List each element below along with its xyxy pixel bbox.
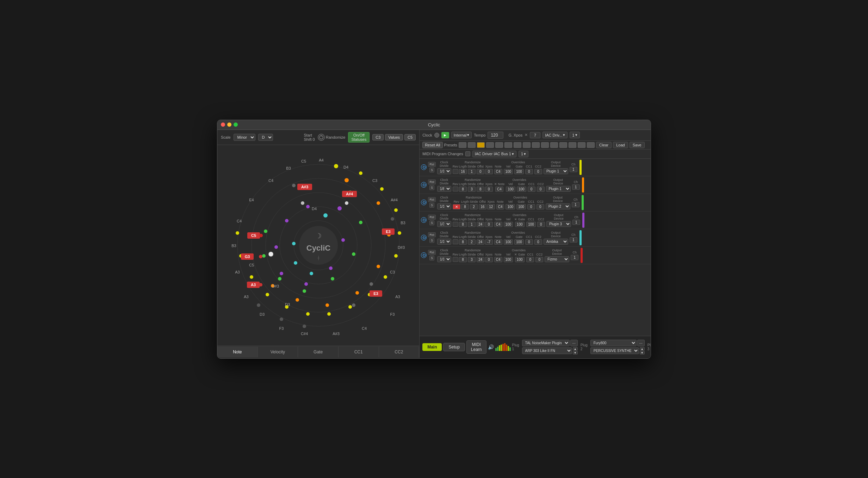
preset-slot-6[interactable] xyxy=(504,142,512,148)
seq-row-2-power[interactable]: ⏻ xyxy=(421,182,427,188)
close-button[interactable] xyxy=(221,122,225,127)
reset-all-button[interactable]: Reset All xyxy=(422,142,442,148)
plugin-area: Main Setup MIDI Learn 🔊 xyxy=(420,336,651,358)
plugin-1-dots-btn[interactable]: ··· xyxy=(570,340,578,346)
preset-slot-14[interactable] xyxy=(578,142,585,148)
seq-row-5-rev[interactable] xyxy=(453,239,458,244)
tab-cc2[interactable]: CC2 xyxy=(379,347,420,357)
preset-slot-2[interactable] xyxy=(468,142,476,148)
midi-pc-ch-dropdown[interactable]: 1 ▾ xyxy=(519,151,528,157)
plugin-2-bot-select[interactable]: PERCUSSIVE SYNTHE xyxy=(590,347,639,354)
seq-row-6-s-btn[interactable]: S xyxy=(429,256,434,260)
midi-pc-device-dropdown[interactable]: IAC Driver IAC Bus 1 ▾ xyxy=(472,151,516,157)
seq-row-1-clkdiv-select[interactable]: 1/161/81/32 xyxy=(437,168,451,174)
seq-row-4-power[interactable]: ⏻ xyxy=(421,217,427,223)
play-button[interactable]: ▶ xyxy=(441,132,449,138)
randomize-power[interactable] xyxy=(318,134,325,141)
svg-text:CycliC: CycliC xyxy=(306,244,330,252)
values-btn[interactable]: Values xyxy=(385,134,403,140)
svg-point-58 xyxy=(292,184,296,187)
seq-row-3-clkdiv-select[interactable]: 1/161/8 xyxy=(437,203,451,209)
seq-row-6-output-select[interactable]: Fizmo xyxy=(545,256,569,262)
seq-row-2-rev[interactable] xyxy=(453,187,458,191)
preset-slot-15[interactable] xyxy=(587,142,595,148)
tab-cc1[interactable]: CC1 xyxy=(339,347,379,357)
seq-row-2-output-select[interactable]: Plugin 1 xyxy=(546,186,571,192)
svg-point-7 xyxy=(359,171,362,175)
maximize-button[interactable] xyxy=(234,122,238,127)
save-button[interactable]: Save xyxy=(630,142,645,148)
plugin-1-down-btn[interactable]: ▼ xyxy=(573,351,578,354)
main-button[interactable]: Main xyxy=(422,343,442,351)
seq-row-1-power[interactable]: ⏻ xyxy=(421,164,427,170)
seq-row-3-rst-btn[interactable]: Rst xyxy=(428,197,436,202)
preset-slot-4[interactable] xyxy=(486,142,494,148)
speaker-icon[interactable]: 🔊 xyxy=(488,344,494,350)
preset-slot-8[interactable] xyxy=(523,142,531,148)
tab-gate[interactable]: Gate xyxy=(298,347,339,357)
iac-device-dropdown[interactable]: IAC Driv... ▾ xyxy=(542,132,568,138)
svg-point-45 xyxy=(306,205,310,208)
seq-row-1-rev[interactable] xyxy=(453,169,458,174)
c5-btn[interactable]: C5 xyxy=(404,134,416,140)
seq-row-2-s-btn[interactable]: S xyxy=(429,185,434,190)
seq-row-5-s-btn[interactable]: S xyxy=(429,238,434,243)
preset-slot-1[interactable] xyxy=(459,142,466,148)
seq-row-6-rev[interactable] xyxy=(453,257,458,262)
clear-button[interactable]: Clear xyxy=(596,142,612,148)
seq-row-4-output-select[interactable]: Plugin 3 xyxy=(546,221,571,227)
tempo-input[interactable] xyxy=(488,132,503,139)
preset-slot-9[interactable] xyxy=(532,142,540,148)
seq-row-3-output-select[interactable]: Plugin 2 xyxy=(546,203,570,209)
preset-slot-3[interactable] xyxy=(477,142,485,148)
seq-row-5-output-select[interactable]: Ambika xyxy=(544,239,568,245)
plugin-2-down-btn[interactable]: ▼ xyxy=(640,351,645,354)
plugin-2-top-select[interactable]: Fury800 xyxy=(590,340,637,346)
preset-slot-13[interactable] xyxy=(569,142,576,148)
seq-row-5-rst-btn[interactable]: Rst xyxy=(428,232,436,237)
seq-row-4-rst-btn[interactable]: Rst xyxy=(428,215,436,220)
seq-row-4-rev[interactable] xyxy=(453,222,458,227)
seq-row-6-clkdiv-select[interactable]: 1/161/8 xyxy=(437,256,451,262)
iac-ch-dropdown[interactable]: 1 ▾ xyxy=(570,132,579,138)
load-button[interactable]: Load xyxy=(613,142,628,148)
preset-slot-7[interactable] xyxy=(514,142,521,148)
seq-row-3-power[interactable]: ⏻ xyxy=(421,200,427,205)
gxpos-value[interactable] xyxy=(530,132,540,138)
svg-text:B3: B3 xyxy=(286,166,291,170)
preset-slot-10[interactable] xyxy=(541,142,549,148)
seq-row-1-rst-btn[interactable]: Rst xyxy=(428,162,436,167)
setup-button[interactable]: Setup xyxy=(443,343,465,351)
plugin-1-top-select[interactable]: TAL NoiseMaker Plugin xyxy=(522,340,570,346)
onoff-statuses-btn[interactable]: On/Off Statuses xyxy=(348,132,370,143)
seq-row-6-power[interactable]: ⏻ xyxy=(421,252,427,258)
seq-row-3-s-btn[interactable]: S xyxy=(429,203,434,208)
seq-row-2-rst-btn[interactable]: Rst xyxy=(428,180,436,184)
scale-type-select[interactable]: Minor Major xyxy=(234,134,255,141)
tab-velocity[interactable]: Velocity xyxy=(258,347,298,357)
plugin-1-up-btn[interactable]: ▲ xyxy=(573,347,578,351)
midi-pc-toggle[interactable] xyxy=(465,151,470,156)
plugin-2-up-btn[interactable]: ▲ xyxy=(640,347,645,351)
midi-learn-button[interactable]: MIDI Learn xyxy=(466,340,486,354)
seq-row-2-clkdiv-select[interactable]: 1/81/16 xyxy=(437,186,451,192)
seq-row-1-s-btn[interactable]: S xyxy=(429,168,434,172)
seq-row-1-output-select[interactable]: Plugin 1 xyxy=(544,168,568,174)
seq-row-6-rst-btn[interactable]: Rst xyxy=(428,250,436,255)
clock-mode-dropdown[interactable]: Internal ▾ xyxy=(451,132,472,138)
seq-row-4-clkdiv-select[interactable]: 1/321/16 xyxy=(437,221,451,227)
seq-row-4-s-btn[interactable]: S xyxy=(429,220,434,225)
scale-key-select[interactable]: D C xyxy=(258,134,273,141)
preset-slot-11[interactable] xyxy=(550,142,558,148)
plugin-2-dots-btn[interactable]: ··· xyxy=(637,340,645,346)
preset-slot-5[interactable] xyxy=(495,142,503,148)
tab-note[interactable]: Note xyxy=(217,347,258,357)
seq-row-5-power[interactable]: ⏻ xyxy=(421,235,427,240)
c3-btn[interactable]: C3 xyxy=(372,134,384,140)
preset-slot-12[interactable] xyxy=(559,142,567,148)
plugin-1-bot-select[interactable]: ARP 303 Like II FN xyxy=(522,347,572,354)
seq-row-3-clkdiv: ClockDivide 1/161/8 xyxy=(437,196,451,209)
minimize-button[interactable] xyxy=(227,122,231,127)
seq-row-4-output: OutputDevice Plugin 3 xyxy=(546,213,571,227)
seq-row-5-clkdiv-select[interactable]: 1/161/8 xyxy=(437,239,451,245)
